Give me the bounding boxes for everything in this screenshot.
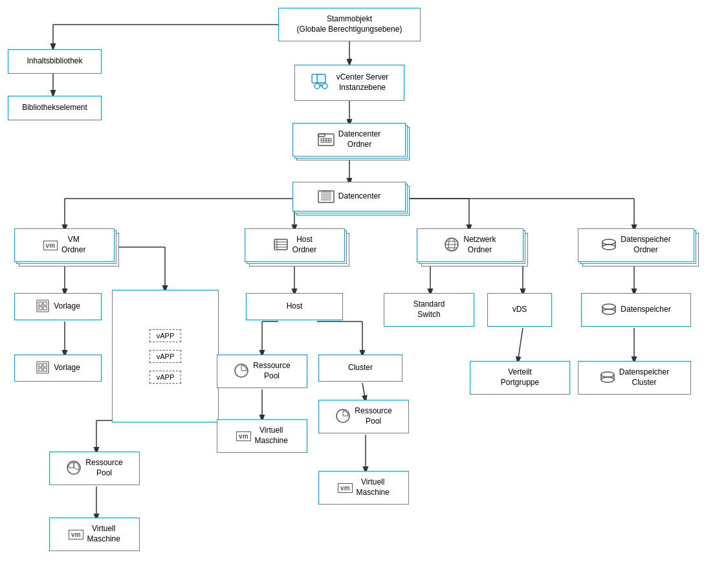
svg-rect-65 (39, 364, 42, 367)
svg-rect-63 (43, 307, 47, 310)
vorlage1-icon (36, 299, 50, 315)
svg-rect-61 (43, 302, 47, 305)
svg-point-89 (602, 309, 615, 314)
datencenter-icon (318, 188, 335, 206)
host-node: Host (246, 293, 343, 320)
dc-ordner-node: Datencenter Ordner (292, 123, 406, 160)
svg-rect-53 (318, 191, 334, 202)
vm3-label: Virtuell Maschine (357, 477, 390, 497)
vm1-node: vm Virtuell Maschine (49, 517, 140, 551)
datencenter-node: Datencenter (292, 182, 406, 215)
inhaltsbibliothek-label: Inhaltsbibliothek (27, 56, 82, 67)
netzwerk-ordner-icon (444, 237, 459, 254)
datenspeicher-ordner-node: Datenspeicher Ordner (578, 228, 694, 267)
datenspeicher-ordner-icon (601, 237, 617, 254)
diagram: Stammobjekt (Globale Berechtigungsebene)… (0, 0, 715, 588)
host-ordner-node: Host Ordner (245, 228, 345, 267)
vds-node: vDS (487, 293, 552, 327)
ressource-pool2-node: Ressource Pool (217, 354, 307, 388)
vm-ordner-label: VM Ordner (61, 235, 85, 255)
vm1-icon: vm (69, 529, 83, 539)
ressource-pool2-icon (234, 363, 249, 380)
stammobjekt-label: Stammobjekt (Globale Berechtigungsebene) (297, 14, 402, 34)
svg-rect-60 (39, 302, 42, 305)
vm2-icon: vm (236, 431, 250, 441)
svg-point-82 (602, 239, 615, 245)
vcenter-label: vCenter Server Instanzebene (336, 72, 389, 93)
vapp-container-node: vAPP vAPP vAPP (112, 290, 219, 422)
vm-ordner-node: vm VM Ordner (14, 228, 115, 267)
dc-ordner-icon (318, 131, 335, 149)
svg-point-37 (314, 83, 320, 89)
ressource-pool3-node: Ressource Pool (318, 400, 409, 433)
svg-point-85 (602, 245, 615, 250)
netzwerk-ordner-node: Netzwerk Ordner (417, 228, 523, 267)
standard-switch-label: Standard Switch (413, 299, 445, 320)
vapp3-label: vAPP (149, 371, 182, 384)
verteilt-portgruppe-label: Verteilt Portgruppe (501, 367, 539, 387)
inhaltsbibliothek-node: Inhaltsbibliothek (8, 49, 102, 74)
host-ordner-label: Host Ordner (292, 235, 316, 255)
svg-point-93 (601, 377, 614, 382)
host-ordner-icon (273, 237, 289, 254)
svg-point-90 (601, 372, 614, 377)
dc-ordner-label: Datencenter Ordner (338, 129, 380, 149)
svg-rect-68 (43, 368, 47, 371)
datencenter-label: Datencenter (338, 191, 380, 202)
vm3-node: vm Virtuell Maschine (318, 471, 409, 505)
vm1-label: Virtuell Maschine (87, 524, 120, 544)
vm3-icon: vm (338, 483, 352, 493)
svg-point-38 (322, 83, 327, 89)
vcenter-node: vCenter Server Instanzebene (294, 65, 404, 101)
bibliothekselement-node: Bibliothekselement (8, 96, 102, 120)
stammobjekt-node: Stammobjekt (Globale Berechtigungsebene) (278, 8, 421, 41)
cluster-label: Cluster (348, 363, 373, 373)
datenspeicher-cluster-node: Datenspeicher Cluster (578, 361, 691, 395)
svg-line-32 (518, 328, 523, 362)
ressource-pool1-icon (66, 460, 82, 477)
vapp2-label: vAPP (149, 350, 182, 363)
svg-rect-67 (39, 368, 42, 371)
datenspeicher-cluster-icon (600, 369, 615, 387)
vds-label: vDS (512, 305, 527, 315)
vorlage1-node: Vorlage (14, 293, 102, 320)
svg-point-86 (602, 304, 615, 309)
vorlage1-label: Vorlage (54, 301, 80, 312)
ressource-pool3-label: Ressource Pool (355, 406, 391, 426)
ressource-pool1-label: Ressource Pool (85, 458, 122, 478)
svg-rect-36 (317, 74, 325, 83)
vcenter-icon (311, 72, 331, 94)
ressource-pool3-icon (335, 408, 351, 426)
vm2-label: Virtuell Maschine (255, 426, 288, 446)
datenspeicher-cluster-label: Datenspeicher Cluster (619, 367, 669, 387)
vm-ordner-icon: vm (43, 240, 58, 250)
svg-rect-44 (318, 134, 325, 136)
datenspeicher-node: Datenspeicher (581, 293, 691, 327)
netzwerk-ordner-label: Netzwerk Ordner (463, 235, 496, 255)
host-label: Host (287, 301, 303, 312)
datenspeicher-ordner-label: Datenspeicher Ordner (621, 235, 670, 255)
datenspeicher-label: Datenspeicher (621, 305, 670, 315)
vorlage2-node: Vorlage (14, 354, 102, 382)
vapp1-label: vAPP (149, 329, 182, 342)
svg-rect-62 (39, 307, 42, 310)
verteilt-portgruppe-node: Verteilt Portgruppe (470, 361, 570, 395)
ressource-pool2-label: Ressource Pool (253, 361, 290, 381)
vorlage2-icon (36, 360, 50, 376)
svg-line-26 (362, 383, 366, 401)
standard-switch-node: Standard Switch (384, 293, 474, 327)
datenspeicher-icon (601, 301, 617, 319)
svg-rect-66 (43, 364, 47, 367)
vorlage2-label: Vorlage (54, 363, 80, 373)
cluster-node: Cluster (318, 354, 402, 382)
vm2-node: vm Virtuell Maschine (217, 419, 307, 453)
ressource-pool1-node: Ressource Pool (49, 452, 140, 485)
bibliothekselement-label: Bibliothekselement (22, 103, 87, 113)
